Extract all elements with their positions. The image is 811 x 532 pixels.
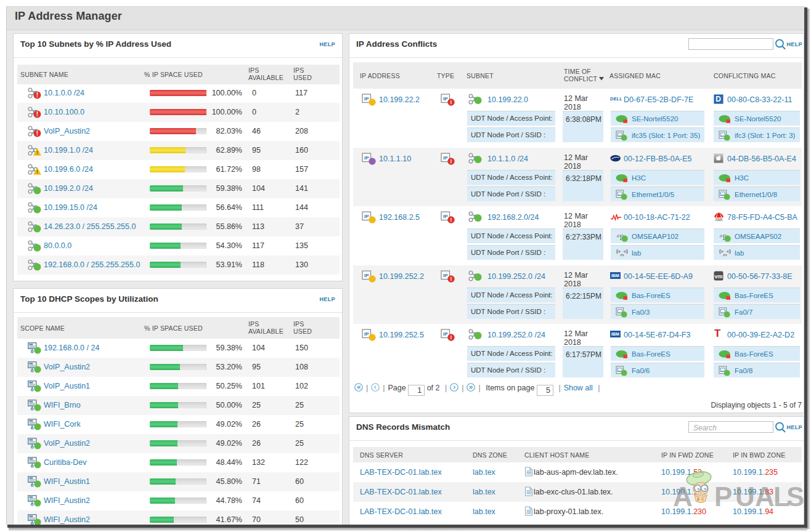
svg-text:!: !	[450, 99, 452, 105]
svg-text:IP: IP	[443, 214, 448, 219]
svg-text:IBM: IBM	[611, 273, 619, 278]
svg-text:!: !	[36, 169, 38, 175]
svg-text:!: !	[450, 276, 452, 282]
svg-text:!: !	[450, 217, 452, 223]
svg-text:IP: IP	[364, 331, 369, 337]
svg-text:!: !	[36, 111, 38, 118]
svg-text:!: !	[450, 334, 452, 341]
svg-text:HUAWEI: HUAWEI	[715, 219, 723, 222]
svg-text:IP: IP	[443, 272, 448, 278]
svg-text:vm: vm	[714, 273, 722, 279]
svg-text:IP: IP	[443, 96, 448, 102]
svg-text:IP: IP	[364, 155, 369, 160]
svg-text:!: !	[450, 158, 452, 164]
svg-text:IP: IP	[443, 155, 448, 160]
svg-text:!: !	[36, 92, 38, 99]
svg-text:IP: IP	[364, 272, 369, 278]
svg-text:IP: IP	[364, 214, 369, 219]
svg-text:IP: IP	[364, 96, 369, 102]
svg-text:IBM: IBM	[611, 332, 619, 336]
svg-text:!: !	[36, 150, 38, 156]
svg-text:!: !	[36, 130, 38, 137]
svg-text:D: D	[715, 95, 721, 103]
svg-text:IP: IP	[443, 331, 448, 337]
